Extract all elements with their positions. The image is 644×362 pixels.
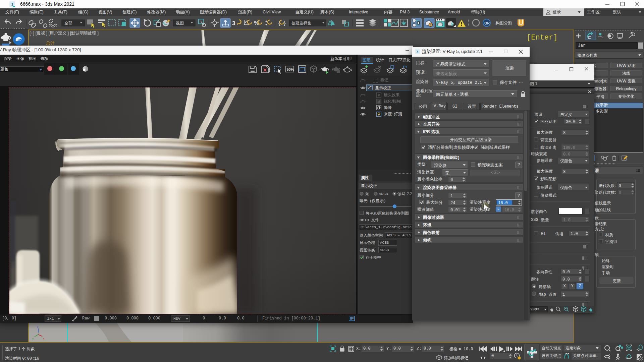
svg-text:3: 3 bbox=[232, 20, 235, 26]
svg-text:3: 3 bbox=[416, 50, 418, 54]
svg-text:z: z bbox=[37, 325, 39, 328]
svg-text:50%: 50% bbox=[287, 67, 294, 71]
svg-text:x: x bbox=[43, 337, 45, 340]
svg-text:构图分割: 构图分割 bbox=[495, 21, 512, 25]
svg-text:视图: 视图 bbox=[175, 21, 184, 25]
svg-text:全部: 全部 bbox=[64, 21, 72, 25]
svg-text:创建选择集: 创建选择集 bbox=[291, 21, 312, 25]
svg-text:无: 无 bbox=[365, 191, 369, 196]
svg-text:sRGB: sRGB bbox=[379, 192, 388, 196]
svg-text:}: } bbox=[284, 20, 286, 26]
svg-text:伽马 2.2: 伽马 2.2 bbox=[397, 191, 412, 196]
svg-text:y: y bbox=[32, 337, 34, 340]
svg-text:3: 3 bbox=[11, 2, 13, 7]
svg-text:QR: QR bbox=[484, 21, 490, 25]
